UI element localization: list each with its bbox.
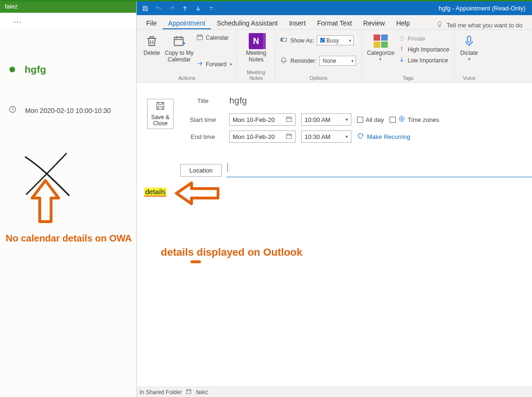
start-time-input[interactable]: 10:00 AM▾	[301, 113, 351, 126]
title-label: Title	[182, 97, 224, 104]
start-time-label: Start time	[182, 116, 224, 123]
show-as-icon	[280, 36, 288, 45]
tell-me-search[interactable]: Tell me what you want to do	[436, 21, 528, 29]
lock-icon	[398, 35, 405, 43]
chevron-down-icon: ▾	[230, 62, 232, 67]
save-icon[interactable]	[140, 3, 151, 14]
annotation-left-arrow	[174, 179, 221, 209]
copy-to-calendar-button[interactable]: Copy to My Calendar	[164, 32, 194, 63]
owa-menu-dots[interactable]: …	[0, 13, 136, 27]
reminder-icon	[280, 56, 288, 65]
arrow-up-icon[interactable]	[179, 3, 191, 14]
group-tags-label: Tags	[365, 74, 451, 82]
tab-help[interactable]: Help	[391, 17, 416, 29]
svg-rect-1	[174, 37, 183, 46]
title-input[interactable]	[229, 95, 456, 106]
calendar-copy-icon	[172, 34, 187, 49]
calendar-icon	[196, 34, 203, 42]
forward-button[interactable]: Forward ▾	[196, 60, 232, 69]
group-notes-label: Meeting Notes	[240, 69, 272, 82]
qat-dropdown-icon[interactable]	[206, 3, 217, 14]
ribbon: Delete Copy to My Calendar Calendar Forw…	[137, 30, 532, 83]
lightbulb-icon	[436, 21, 443, 29]
delete-button[interactable]: Delete	[140, 32, 164, 57]
outlook-window: hgfg - Appointment (Read-Only) File Appo…	[137, 1, 532, 397]
appointment-body[interactable]: details details displayed on Outlook	[144, 186, 532, 387]
private-button[interactable]: Private	[398, 35, 449, 43]
annotation-mark	[191, 260, 201, 263]
ribbon-tabs: File Appointment Scheduling Assistant In…	[137, 15, 532, 30]
time-zones-checkbox[interactable]: Time zones	[390, 115, 439, 124]
svg-rect-2	[197, 35, 202, 40]
svg-rect-6	[468, 36, 471, 43]
end-time-input[interactable]: 10:30 AM▾	[301, 130, 351, 143]
annotation-owa-label: No calendar details on OWA	[6, 231, 132, 245]
categorize-button[interactable]: Categorize ▾	[365, 32, 396, 61]
recur-icon	[357, 132, 364, 141]
trash-icon	[144, 34, 159, 49]
owa-event-time: Mon 2020-02-10 10:00-10:30	[25, 107, 111, 114]
tab-appointment[interactable]: Appointment	[163, 17, 211, 29]
calendar-picker-icon	[286, 133, 292, 141]
onenote-icon: N	[249, 34, 264, 49]
low-importance-button[interactable]: Low Importance	[398, 56, 449, 65]
exclamation-icon	[398, 45, 405, 54]
location-button[interactable]: Location	[180, 164, 222, 177]
redo-icon[interactable]	[166, 3, 177, 14]
categorize-icon	[373, 34, 388, 49]
reminder-select[interactable]: None▾	[319, 56, 356, 66]
high-importance-button[interactable]: High Importance	[398, 45, 449, 54]
microphone-icon	[462, 34, 477, 49]
folder-icon	[185, 388, 192, 396]
calendar-button[interactable]: Calendar	[196, 34, 232, 42]
forward-arrow-icon	[196, 60, 203, 69]
group-actions-label: Actions	[140, 74, 234, 82]
status-folder-label: In Shared Folder	[140, 389, 182, 396]
owa-event-card[interactable]: hgfg Mon 2020-02-10 10:00-10:30	[7, 32, 128, 115]
status-bar: In Shared Folder faiez	[137, 387, 532, 397]
tab-file[interactable]: File	[140, 17, 163, 29]
owa-user: faiez	[5, 3, 17, 10]
svg-rect-7	[287, 117, 292, 121]
make-recurring-link[interactable]: Make Recurring	[357, 132, 410, 141]
circle-icon	[9, 67, 15, 72]
owa-pane: faiez … hgfg Mon 2020-02-10 10:00-10:30 …	[0, 1, 137, 397]
dictate-button[interactable]: Dictate ▾	[457, 32, 481, 61]
body-details-text: details	[144, 188, 166, 197]
down-arrow-icon	[398, 56, 405, 65]
meeting-notes-button[interactable]: N Meeting Notes	[240, 32, 272, 63]
title-bar: hgfg - Appointment (Read-Only)	[137, 1, 532, 15]
svg-rect-9	[287, 134, 292, 138]
annotation-up-arrow	[26, 178, 64, 227]
svg-rect-5	[400, 38, 404, 41]
end-time-label: End time	[182, 133, 224, 140]
reminder-label: Reminder:	[290, 58, 316, 64]
clock-icon	[9, 105, 17, 115]
group-voice-label: Voice	[457, 74, 481, 82]
owa-header: faiez	[0, 1, 136, 13]
save-close-button[interactable]: Save & Close	[147, 99, 174, 129]
show-as-label: Show As:	[290, 37, 314, 44]
save-icon	[155, 101, 166, 114]
calendar-picker-icon	[286, 116, 292, 124]
arrow-down-icon[interactable]	[192, 3, 204, 14]
undo-icon[interactable]	[153, 3, 164, 14]
tell-me-label: Tell me what you want to do	[447, 22, 523, 29]
window-title: hgfg - Appointment (Read-Only)	[220, 5, 532, 12]
tab-scheduling-assistant[interactable]: Scheduling Assistant	[211, 17, 283, 29]
tab-format-text[interactable]: Format Text	[311, 17, 358, 29]
start-date-input[interactable]: Mon 10-Feb-20	[229, 113, 296, 126]
end-date-input[interactable]: Mon 10-Feb-20	[229, 130, 296, 143]
owa-event-title: hgfg	[25, 64, 46, 75]
tab-review[interactable]: Review	[358, 17, 391, 29]
status-owner: faiez	[196, 389, 208, 396]
group-options-label: Options	[278, 74, 359, 82]
all-day-checkbox[interactable]: All day	[357, 116, 384, 123]
globe-icon	[398, 115, 405, 124]
svg-rect-4	[281, 38, 282, 42]
annotation-outlook-label: details displayed on Outlook	[161, 246, 303, 259]
show-as-select[interactable]: Busy▾	[317, 35, 354, 45]
location-input[interactable]	[227, 163, 532, 177]
svg-rect-10	[187, 390, 191, 394]
tab-insert[interactable]: Insert	[283, 17, 311, 29]
